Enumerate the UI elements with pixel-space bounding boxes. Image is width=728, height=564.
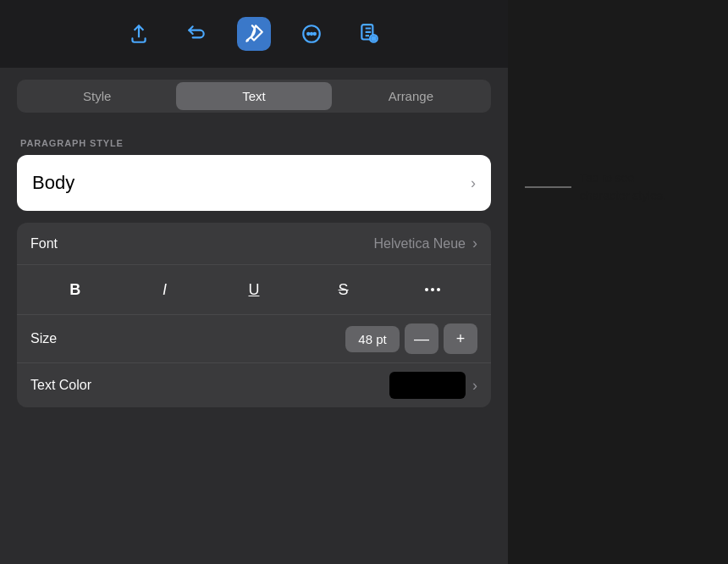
tab-arrange[interactable]: Arrange [334, 82, 488, 110]
callout-line [525, 186, 571, 188]
callout-wrapper: Tap to see character styles. [525, 169, 666, 205]
format-buttons-row: B I U S [17, 265, 491, 315]
font-row[interactable]: Font Helvetica Neue › [17, 223, 491, 265]
color-swatch-wrap: › [389, 372, 477, 399]
svg-point-3 [311, 33, 312, 35]
size-value: 48 pt [345, 326, 400, 352]
svg-point-7 [372, 36, 375, 40]
text-color-label: Text Color [30, 378, 389, 393]
toolbar [0, 0, 508, 68]
format-button[interactable] [237, 17, 271, 51]
tab-text[interactable]: Text [176, 82, 331, 110]
italic-button[interactable]: I [148, 274, 180, 306]
size-increase-button[interactable]: + [444, 323, 477, 354]
size-row: Size 48 pt — + [17, 315, 491, 363]
content-area: PARAGRAPH STYLE Body › Font Helvetica Ne… [0, 124, 508, 564]
font-label: Font [30, 236, 58, 252]
format-panel: Style Text Arrange PARAGRAPH STYLE Body … [0, 0, 508, 564]
size-label: Size [30, 331, 345, 346]
paragraph-style-row[interactable]: Body › [17, 155, 491, 211]
tabs-container: Style Text Arrange [0, 68, 508, 124]
color-chevron-icon: › [472, 377, 477, 395]
callout-text: Tap to see character styles. [580, 169, 666, 205]
font-chevron-icon: › [472, 235, 477, 252]
undo-button[interactable] [179, 17, 213, 51]
bold-button[interactable]: B [59, 274, 91, 306]
size-controls: 48 pt — + [345, 323, 477, 354]
paragraph-style-chevron-icon: › [471, 174, 476, 192]
font-settings-card: Font Helvetica Neue › B I U S [17, 223, 491, 407]
character-styles-button[interactable] [416, 274, 449, 306]
dots-icon [425, 288, 440, 291]
svg-point-4 [314, 33, 316, 35]
share-button[interactable] [122, 17, 156, 51]
more-options-button[interactable] [295, 17, 328, 51]
svg-point-0 [246, 39, 249, 41]
document-button[interactable] [352, 17, 386, 51]
paragraph-style-label: PARAGRAPH STYLE [20, 138, 491, 148]
tab-style[interactable]: Style [19, 82, 174, 110]
right-panel: Tap to see character styles. [508, 0, 728, 205]
strikethrough-button[interactable]: S [328, 274, 360, 306]
svg-point-2 [307, 33, 309, 35]
size-decrease-button[interactable]: — [405, 323, 438, 354]
font-value: Helvetica Neue [374, 236, 466, 252]
text-color-row[interactable]: Text Color › [17, 363, 491, 407]
paragraph-style-value: Body [32, 172, 74, 194]
tabs: Style Text Arrange [17, 80, 491, 113]
color-swatch[interactable] [389, 372, 466, 399]
underline-button[interactable]: U [238, 274, 270, 306]
